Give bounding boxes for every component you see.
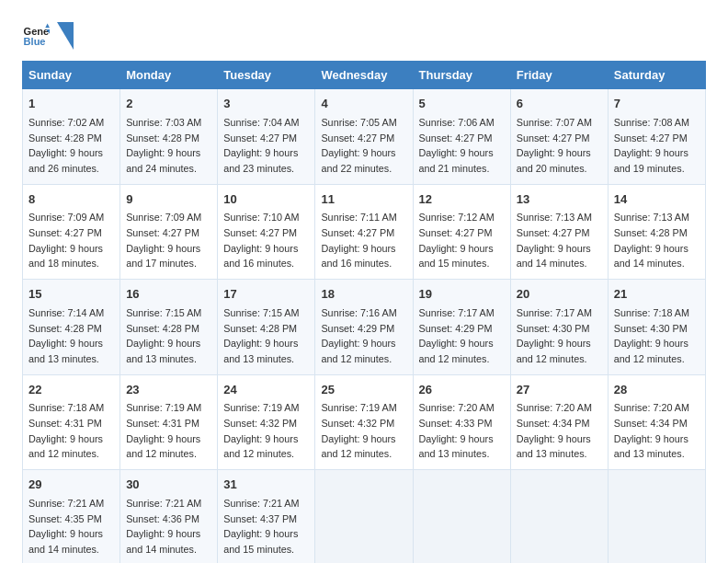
calendar-cell: 24 Sunrise: 7:19 AMSunset: 4:32 PMDaylig… [218, 374, 315, 470]
day-info: Sunrise: 7:15 AMSunset: 4:28 PMDaylight:… [126, 307, 201, 364]
logo-triangle-icon [57, 22, 74, 50]
col-header-tuesday: Tuesday [218, 62, 315, 89]
col-header-monday: Monday [120, 62, 218, 89]
calendar-cell: 19 Sunrise: 7:17 AMSunset: 4:29 PMDaylig… [413, 280, 510, 375]
day-number: 14 [614, 191, 700, 209]
col-header-thursday: Thursday [413, 62, 510, 89]
logo: General Blue [22, 22, 74, 50]
day-info: Sunrise: 7:10 AMSunset: 4:27 PMDaylight:… [223, 212, 299, 269]
day-number: 9 [126, 191, 211, 209]
calendar-cell: 26 Sunrise: 7:20 AMSunset: 4:33 PMDaylig… [413, 374, 510, 470]
calendar-cell: 9 Sunrise: 7:09 AMSunset: 4:27 PMDayligh… [120, 184, 218, 280]
day-number: 25 [321, 382, 406, 399]
day-number: 2 [126, 96, 211, 113]
col-header-sunday: Sunday [23, 62, 120, 89]
calendar-cell: 3 Sunrise: 7:04 AMSunset: 4:27 PMDayligh… [218, 89, 315, 185]
col-header-wednesday: Wednesday [315, 62, 413, 89]
calendar-header-row: SundayMondayTuesdayWednesdayThursdayFrid… [23, 62, 706, 89]
calendar-cell [315, 470, 413, 563]
day-number: 26 [419, 382, 505, 399]
day-number: 29 [28, 477, 114, 494]
calendar-table: SundayMondayTuesdayWednesdayThursdayFrid… [22, 61, 706, 563]
day-number: 19 [419, 286, 505, 304]
day-info: Sunrise: 7:14 AMSunset: 4:28 PMDaylight:… [28, 307, 104, 364]
day-info: Sunrise: 7:18 AMSunset: 4:30 PMDaylight:… [614, 307, 689, 364]
col-header-friday: Friday [510, 62, 608, 89]
day-info: Sunrise: 7:19 AMSunset: 4:32 PMDaylight:… [223, 402, 299, 459]
day-info: Sunrise: 7:17 AMSunset: 4:30 PMDaylight:… [517, 307, 592, 364]
day-info: Sunrise: 7:20 AMSunset: 4:33 PMDaylight:… [419, 402, 495, 459]
day-info: Sunrise: 7:12 AMSunset: 4:27 PMDaylight:… [419, 212, 495, 269]
calendar-cell: 15 Sunrise: 7:14 AMSunset: 4:28 PMDaylig… [23, 280, 120, 375]
day-number: 8 [28, 191, 114, 209]
calendar-cell: 5 Sunrise: 7:06 AMSunset: 4:27 PMDayligh… [413, 89, 510, 185]
calendar-cell: 29 Sunrise: 7:21 AMSunset: 4:35 PMDaylig… [23, 470, 120, 563]
calendar-week-row: 1 Sunrise: 7:02 AMSunset: 4:28 PMDayligh… [23, 89, 706, 185]
calendar-cell: 20 Sunrise: 7:17 AMSunset: 4:30 PMDaylig… [510, 280, 608, 375]
day-info: Sunrise: 7:11 AMSunset: 4:27 PMDaylight:… [321, 212, 396, 269]
day-number: 3 [223, 96, 309, 113]
day-number: 24 [223, 382, 309, 399]
day-info: Sunrise: 7:04 AMSunset: 4:27 PMDaylight:… [223, 117, 299, 174]
calendar-cell: 18 Sunrise: 7:16 AMSunset: 4:29 PMDaylig… [315, 280, 413, 375]
day-number: 13 [517, 191, 602, 209]
day-info: Sunrise: 7:19 AMSunset: 4:31 PMDaylight:… [126, 402, 201, 459]
day-info: Sunrise: 7:09 AMSunset: 4:27 PMDaylight:… [126, 212, 201, 269]
day-number: 16 [126, 286, 211, 304]
day-info: Sunrise: 7:16 AMSunset: 4:29 PMDaylight:… [321, 307, 396, 364]
day-info: Sunrise: 7:21 AMSunset: 4:35 PMDaylight:… [28, 498, 104, 555]
svg-marker-4 [57, 22, 74, 50]
day-info: Sunrise: 7:18 AMSunset: 4:31 PMDaylight:… [28, 402, 104, 459]
day-info: Sunrise: 7:13 AMSunset: 4:27 PMDaylight:… [517, 212, 592, 269]
day-number: 1 [28, 96, 114, 113]
calendar-cell: 25 Sunrise: 7:19 AMSunset: 4:32 PMDaylig… [315, 374, 413, 470]
day-info: Sunrise: 7:13 AMSunset: 4:28 PMDaylight:… [614, 212, 689, 269]
day-number: 27 [517, 382, 602, 399]
day-number: 20 [517, 286, 602, 304]
day-number: 31 [223, 477, 309, 494]
col-header-saturday: Saturday [608, 62, 705, 89]
calendar-cell: 6 Sunrise: 7:07 AMSunset: 4:27 PMDayligh… [510, 89, 608, 185]
day-number: 10 [223, 191, 309, 209]
day-number: 17 [223, 286, 309, 304]
logo-icon: General Blue [22, 22, 50, 50]
day-info: Sunrise: 7:15 AMSunset: 4:28 PMDaylight:… [223, 307, 299, 364]
day-number: 12 [419, 191, 505, 209]
day-info: Sunrise: 7:21 AMSunset: 4:36 PMDaylight:… [126, 498, 201, 555]
calendar-week-row: 8 Sunrise: 7:09 AMSunset: 4:27 PMDayligh… [23, 184, 706, 280]
day-number: 21 [614, 286, 700, 304]
calendar-cell: 21 Sunrise: 7:18 AMSunset: 4:30 PMDaylig… [608, 280, 705, 375]
day-info: Sunrise: 7:20 AMSunset: 4:34 PMDaylight:… [614, 402, 689, 459]
day-number: 22 [28, 382, 114, 399]
calendar-cell: 7 Sunrise: 7:08 AMSunset: 4:27 PMDayligh… [608, 89, 705, 185]
calendar-cell: 2 Sunrise: 7:03 AMSunset: 4:28 PMDayligh… [120, 89, 218, 185]
calendar-cell: 17 Sunrise: 7:15 AMSunset: 4:28 PMDaylig… [218, 280, 315, 375]
day-info: Sunrise: 7:06 AMSunset: 4:27 PMDaylight:… [419, 117, 495, 174]
day-info: Sunrise: 7:09 AMSunset: 4:27 PMDaylight:… [28, 212, 104, 269]
day-info: Sunrise: 7:19 AMSunset: 4:32 PMDaylight:… [321, 402, 396, 459]
day-number: 4 [321, 96, 406, 113]
calendar-cell: 30 Sunrise: 7:21 AMSunset: 4:36 PMDaylig… [120, 470, 218, 563]
calendar-cell [608, 470, 705, 563]
calendar-cell: 8 Sunrise: 7:09 AMSunset: 4:27 PMDayligh… [23, 184, 120, 280]
day-number: 30 [126, 477, 211, 494]
calendar-cell [413, 470, 510, 563]
day-number: 11 [321, 191, 406, 209]
day-info: Sunrise: 7:20 AMSunset: 4:34 PMDaylight:… [517, 402, 592, 459]
day-number: 5 [419, 96, 505, 113]
calendar-cell: 27 Sunrise: 7:20 AMSunset: 4:34 PMDaylig… [510, 374, 608, 470]
day-info: Sunrise: 7:03 AMSunset: 4:28 PMDaylight:… [126, 117, 201, 174]
day-number: 7 [614, 96, 700, 113]
calendar-cell [510, 470, 608, 563]
calendar-cell: 12 Sunrise: 7:12 AMSunset: 4:27 PMDaylig… [413, 184, 510, 280]
day-number: 28 [614, 382, 700, 399]
page-header: General Blue [22, 18, 706, 50]
calendar-cell: 28 Sunrise: 7:20 AMSunset: 4:34 PMDaylig… [608, 374, 705, 470]
day-info: Sunrise: 7:02 AMSunset: 4:28 PMDaylight:… [28, 117, 104, 174]
day-number: 15 [28, 286, 114, 304]
day-info: Sunrise: 7:05 AMSunset: 4:27 PMDaylight:… [321, 117, 396, 174]
day-info: Sunrise: 7:17 AMSunset: 4:29 PMDaylight:… [419, 307, 495, 364]
calendar-cell: 13 Sunrise: 7:13 AMSunset: 4:27 PMDaylig… [510, 184, 608, 280]
day-number: 23 [126, 382, 211, 399]
day-info: Sunrise: 7:21 AMSunset: 4:37 PMDaylight:… [223, 498, 299, 555]
